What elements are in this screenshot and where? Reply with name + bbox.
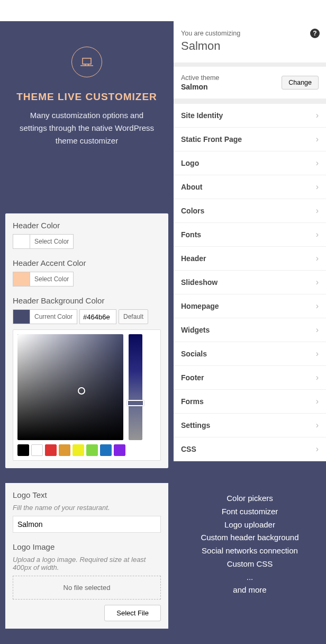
accent-color-button[interactable]: Select Color	[30, 272, 74, 287]
customizer-header: You are customizing Salmon ?	[174, 21, 326, 62]
chevron-right-icon: ›	[316, 206, 319, 216]
hue-handle[interactable]	[127, 400, 144, 406]
header-color-label: Header Color	[13, 221, 161, 230]
saturation-picker[interactable]	[17, 334, 123, 440]
chevron-right-icon: ›	[316, 325, 319, 335]
chevron-right-icon: ›	[316, 349, 319, 359]
menu-item-label: Static Front Page	[181, 135, 242, 144]
file-dropzone[interactable]: No file selected	[13, 576, 161, 600]
menu-item-label: CSS	[181, 445, 196, 453]
chevron-right-icon: ›	[316, 278, 319, 287]
chevron-right-icon: ›	[316, 301, 319, 311]
logo-text-label: Logo Text	[13, 490, 161, 499]
bg-color-button[interactable]: Current Color	[30, 309, 77, 324]
picker-handle[interactable]	[78, 387, 85, 395]
menu-item-label: Widgets	[181, 326, 210, 334]
preset-color[interactable]	[73, 444, 84, 456]
menu-item-static-front-page[interactable]: Static Front Page›	[174, 128, 326, 151]
chevron-right-icon: ›	[316, 230, 319, 239]
menu-item-slideshow[interactable]: Slideshow›	[174, 271, 326, 294]
menu-item-homepage[interactable]: Homepage›	[174, 294, 326, 318]
features-list: Color pickersFont customizerLogo uploade…	[174, 492, 326, 597]
customizer-menu: Site Identity›Static Front Page›Logo›Abo…	[174, 104, 326, 461]
menu-item-label: About	[181, 183, 202, 191]
menu-item-label: Footer	[181, 373, 204, 382]
active-theme-bar: Active theme Salmon Change	[174, 67, 326, 99]
menu-item-site-identity[interactable]: Site Identity›	[174, 104, 326, 128]
feature-item: Logo uploader	[182, 518, 318, 532]
menu-item-about[interactable]: About›	[174, 175, 326, 199]
logo-image-label: Logo Image	[13, 542, 161, 551]
menu-item-label: Site Identity	[181, 111, 223, 120]
customizer-title: Salmon	[181, 39, 319, 53]
select-file-button[interactable]: Select File	[104, 605, 161, 621]
hue-slider[interactable]	[129, 334, 142, 440]
feature-item: Custom CSS	[182, 558, 318, 571]
help-icon[interactable]: ?	[310, 29, 320, 38]
chevron-right-icon: ›	[316, 158, 319, 168]
preset-color[interactable]	[114, 444, 125, 456]
hero-description: Many customization options and settings …	[13, 109, 161, 147]
header-color-button[interactable]: Select Color	[30, 234, 74, 249]
active-theme-label: Active theme	[181, 74, 219, 82]
feature-item: Color pickers	[182, 492, 318, 505]
hero-section: THEME LIVE CUSTOMIZER Many customization…	[0, 21, 174, 213]
feature-item: and more	[182, 584, 318, 597]
menu-item-label: Header	[181, 254, 206, 263]
feature-item: ...	[182, 571, 318, 584]
color-panel: Header Color Select Color Header Accent …	[5, 213, 168, 468]
bg-color-hex-input[interactable]	[79, 309, 116, 324]
preset-color[interactable]	[17, 444, 29, 456]
menu-item-logo[interactable]: Logo›	[174, 151, 326, 175]
menu-item-label: Fonts	[181, 230, 201, 239]
preset-color[interactable]	[45, 444, 57, 456]
customizer-subtitle: You are customizing	[181, 30, 319, 37]
logo-text-desc: Fill the name of your restaurant.	[13, 504, 161, 512]
menu-item-footer[interactable]: Footer›	[174, 366, 326, 390]
active-theme-name: Salmon	[181, 83, 219, 91]
feature-item: Custom header background	[182, 531, 318, 544]
preset-color[interactable]	[59, 444, 70, 456]
preset-color[interactable]	[31, 444, 43, 456]
color-picker	[13, 329, 161, 461]
menu-item-label: Socials	[181, 350, 207, 358]
logo-image-desc: Upload a logo image. Required size at le…	[13, 556, 161, 571]
menu-item-label: Logo	[181, 159, 199, 167]
chevron-right-icon: ›	[316, 182, 319, 192]
feature-item: Social networks connection	[182, 544, 318, 558]
menu-item-label: Slideshow	[181, 278, 218, 287]
logo-text-input[interactable]	[13, 516, 161, 533]
menu-item-colors[interactable]: Colors›	[174, 199, 326, 223]
menu-item-socials[interactable]: Socials›	[174, 342, 326, 366]
menu-item-label: Forms	[181, 397, 204, 406]
color-presets	[17, 444, 156, 456]
preset-color[interactable]	[86, 444, 98, 456]
menu-item-label: Settings	[181, 421, 210, 430]
svg-rect-0	[83, 58, 91, 64]
menu-item-forms[interactable]: Forms›	[174, 390, 326, 414]
menu-item-header[interactable]: Header›	[174, 247, 326, 271]
chevron-right-icon: ›	[316, 421, 319, 430]
header-color-swatch[interactable]	[13, 234, 30, 249]
bg-color-label: Header Background Color	[13, 296, 161, 305]
change-theme-button[interactable]: Change	[282, 76, 319, 90]
menu-item-css[interactable]: CSS›	[174, 437, 326, 461]
feature-item: Font customizer	[182, 505, 318, 518]
preset-color[interactable]	[100, 444, 112, 456]
chevron-right-icon: ›	[316, 111, 319, 120]
menu-item-label: Homepage	[181, 302, 219, 310]
chevron-right-icon: ›	[316, 135, 319, 144]
accent-color-label: Header Accent Color	[13, 258, 161, 267]
chevron-right-icon: ›	[316, 444, 319, 454]
bg-color-swatch[interactable]	[13, 309, 30, 324]
customizer-icon	[71, 47, 102, 77]
hero-title: THEME LIVE CUSTOMIZER	[13, 91, 161, 103]
menu-item-widgets[interactable]: Widgets›	[174, 318, 326, 342]
menu-item-label: Colors	[181, 207, 204, 215]
bg-color-default-button[interactable]: Default	[119, 309, 148, 324]
menu-item-settings[interactable]: Settings›	[174, 414, 326, 437]
menu-item-fonts[interactable]: Fonts›	[174, 223, 326, 247]
accent-color-swatch[interactable]	[13, 272, 30, 287]
logo-panel: Logo Text Fill the name of your restaura…	[5, 483, 168, 629]
chevron-right-icon: ›	[316, 397, 319, 406]
